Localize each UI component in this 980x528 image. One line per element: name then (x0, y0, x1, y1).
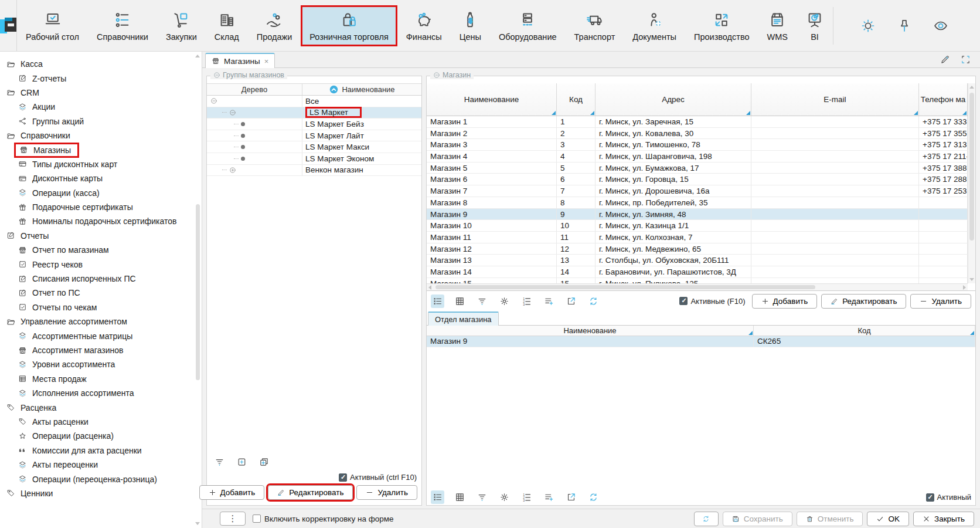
tree-row[interactable]: Все (207, 96, 421, 107)
sidebar-item-исполнения-ассортимента[interactable]: Исполнения ассортимента (0, 386, 202, 400)
sidebar-item-номиналы-подарочных-сертификатов[interactable]: Номиналы подарочных сертификатов (0, 214, 202, 228)
horizontal-scrollbar[interactable] (427, 283, 968, 290)
form-correction-checkbox[interactable] (253, 515, 261, 523)
reload-icon[interactable] (587, 490, 600, 504)
column-header-email[interactable]: E-mail (751, 83, 919, 116)
table-row[interactable]: Магазин 1515г. Минск, ул. Пулихова, 125 (427, 278, 968, 283)
refresh-button[interactable] (694, 512, 719, 526)
plus-box-icon[interactable] (235, 455, 249, 469)
menu-item-sales[interactable]: Продажи (248, 5, 301, 46)
sidebar-item-crm[interactable]: CRM (0, 86, 202, 100)
sidebar-item-отчеты-по-чекам[interactable]: Отчеты по чекам (0, 300, 202, 314)
table-row[interactable]: Магазин 11г. Минск, ул. Заречная, 15+375… (427, 116, 968, 128)
numbered-list-icon[interactable]: 123 (520, 295, 533, 308)
table-row[interactable]: Магазин 1212г. Минск, ул. Медвежино, 65 (427, 243, 968, 255)
sidebar-item-ассортиментные-матрицы[interactable]: Ассортиментные матрицы (0, 329, 202, 343)
tree-row[interactable]: LS Маркет Бейз (207, 119, 421, 130)
edit-form-icon[interactable] (940, 55, 950, 65)
grid-view-icon[interactable] (453, 295, 467, 308)
удалить-button[interactable]: Удалить (910, 294, 971, 309)
preview-icon[interactable] (933, 18, 948, 33)
sidebar-item-акты-переоценки[interactable]: Акты переоценки (0, 458, 202, 472)
table-row[interactable]: Магазин 22г. Минск, ул. Ковалева, 30+375… (427, 128, 968, 140)
sidebar-item-управление-ассортиментом[interactable]: Управление ассортиментом (0, 314, 202, 329)
добавить-button[interactable]: Добавить (752, 294, 818, 309)
menu-item-production[interactable]: Производство (685, 5, 758, 46)
sidebar-item-касса[interactable]: Касса (0, 57, 202, 71)
collapse-icon[interactable] (433, 72, 440, 79)
menu-item-documents[interactable]: Документы (624, 5, 685, 46)
list-add-icon[interactable] (542, 490, 556, 504)
fullscreen-icon[interactable] (961, 55, 971, 65)
filter-icon[interactable] (475, 295, 489, 308)
list-view-icon[interactable] (431, 295, 444, 308)
menu-item-warehouse[interactable]: Склад (206, 5, 248, 46)
sidebar-item-уровни-ассортимента[interactable]: Уровни ассортимента (0, 357, 202, 371)
active-checkbox[interactable] (926, 493, 934, 502)
sidebar-item-подарочные-сертификаты[interactable]: Подарочные сертификаты (0, 200, 202, 214)
sidebar-item-z-отчеты[interactable]: Z-отчеты (0, 71, 202, 85)
добавить-button[interactable]: Добавить (199, 485, 265, 500)
sidebar-item-расценка[interactable]: Расценка (0, 400, 202, 414)
column-header-address[interactable]: Адрес (596, 83, 751, 116)
menu-item-bi[interactable]: BI (797, 5, 833, 46)
редактировать-button[interactable]: Редактировать (268, 485, 353, 500)
sidebar-item-операции-касса-[interactable]: Операции (касса) (0, 186, 202, 200)
more-options-button[interactable]: ⋮ (220, 512, 246, 526)
sidebar-item-отчеты[interactable]: Отчеты (0, 229, 202, 243)
table-row[interactable]: Магазин 55г. Минск, ул. Бумажкова, 17+37… (427, 163, 968, 174)
tree-row[interactable]: LS Маркет Макси (207, 141, 421, 153)
sort-asc-icon[interactable] (329, 84, 339, 94)
sidebar-item-отчет-по-пс[interactable]: Отчет по ПС (0, 286, 202, 300)
collapse-icon[interactable] (213, 72, 220, 79)
sidebar-scrollbar[interactable] (195, 55, 200, 525)
tab-shops[interactable]: Магазины × (205, 53, 275, 68)
sidebar-item-комиссии-для-акта-расценки[interactable]: Комиссии для акта расценки (0, 444, 202, 458)
sidebar-item-акции[interactable]: Акции (0, 100, 202, 114)
numbered-list-icon[interactable]: 123 (520, 490, 533, 504)
reload-icon[interactable] (587, 295, 600, 308)
sidebar-item-дисконтные-карты[interactable]: Дисконтные карты (0, 171, 202, 185)
column-header-code[interactable]: Код (754, 326, 975, 336)
export-icon[interactable] (564, 490, 578, 504)
удалить-button[interactable]: Удалить (356, 485, 417, 500)
table-row[interactable]: Магазин 88г. Минск, пр. Победителей, 35 (427, 197, 968, 209)
menu-item-equipment[interactable]: Оборудование (490, 5, 566, 46)
sidebar-item-операции-переоценка-розница-[interactable]: Операции (переоценка-розница) (0, 472, 202, 486)
menu-item-wms[interactable]: WMS (758, 5, 797, 46)
active-checkbox[interactable] (339, 473, 347, 482)
tree-row[interactable]: LS Маркет (207, 107, 421, 119)
table-row[interactable]: Магазин 1414г. Барановичи, ул. Парашютис… (427, 266, 968, 278)
menu-item-purchases[interactable]: Закупки (157, 5, 206, 46)
pin-icon[interactable] (897, 18, 912, 33)
list-add-icon[interactable] (542, 295, 556, 308)
menu-item-finance[interactable]: Финансы (397, 5, 451, 46)
expand-node-icon[interactable] (229, 167, 236, 174)
sidebar-item-отчет-по-магазинам[interactable]: Отчет по магазинам (0, 243, 202, 257)
table-row[interactable]: Магазин 33г. Минск, ул. Тимошенко, 78+37… (427, 139, 968, 151)
menu-item-prices[interactable]: $Цены (451, 5, 490, 46)
sidebar-item-места-продаж[interactable]: Места продаж (0, 372, 202, 386)
collapse-node-icon[interactable] (229, 109, 236, 116)
export-icon[interactable] (564, 295, 578, 308)
table-row[interactable]: Магазин 9СК265 (427, 336, 975, 347)
filter-icon[interactable] (475, 490, 489, 504)
active-checkbox[interactable] (679, 297, 688, 305)
vertical-scrollbar[interactable] (968, 83, 975, 283)
sidebar-item-ценники[interactable]: Ценники (0, 486, 202, 500)
sidebar-item-типы-дисконтных-карт[interactable]: Типы дисконтных карт (0, 157, 202, 171)
ok-button[interactable]: OK (867, 512, 909, 526)
table-row[interactable]: Магазин 99г. Минск, ул. Зимняя, 48 (427, 209, 968, 221)
tree-row[interactable]: Венкон магазин (207, 165, 421, 177)
column-header-code[interactable]: Код (557, 83, 596, 116)
grid-view-icon[interactable] (453, 490, 467, 504)
close-button[interactable]: Закрыть (913, 512, 974, 526)
multi-add-icon[interactable] (257, 455, 271, 469)
column-header-tree[interactable]: Дерево (207, 84, 302, 95)
tab-close-icon[interactable]: × (264, 57, 269, 66)
sidebar-item-реестр-чеков[interactable]: Реестр чеков (0, 257, 202, 271)
gear-icon[interactable] (498, 295, 511, 308)
list-view-icon[interactable] (431, 490, 444, 504)
cancel-button[interactable]: Отменить (797, 512, 863, 526)
table-row[interactable]: Магазин 1313г. Столбцы, ул. Обуховская, … (427, 255, 968, 266)
